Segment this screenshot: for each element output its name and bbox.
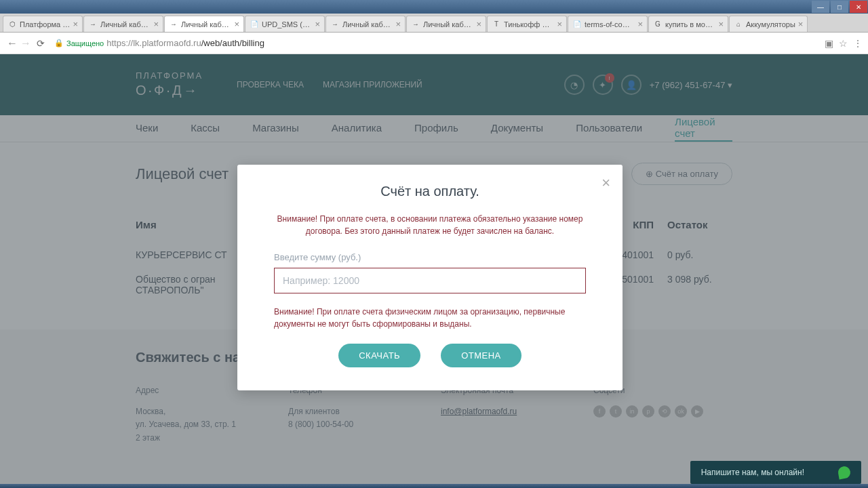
secure-badge: Защищено bbox=[54, 39, 104, 47]
browser-tab-strip: ⬡Платформа ОФД×→Личный кабинет×→Личный к… bbox=[0, 14, 868, 33]
chat-widget[interactable]: Напишите нам, мы онлайн! bbox=[690, 461, 861, 484]
tab-close-icon[interactable]: × bbox=[73, 19, 78, 29]
amount-input[interactable] bbox=[274, 268, 586, 293]
windows-titlebar: — □ ✕ bbox=[0, 0, 868, 14]
tab-title: Личный кабинет bbox=[423, 20, 473, 28]
tab-close-icon[interactable]: × bbox=[718, 19, 724, 29]
nav-forward-button[interactable]: → bbox=[19, 37, 33, 49]
menu-icon[interactable]: ⋮ bbox=[853, 38, 863, 49]
browser-tab[interactable]: →Личный кабинет× bbox=[326, 16, 406, 32]
tab-close-icon[interactable]: × bbox=[234, 19, 239, 29]
tab-title: Личный кабинет bbox=[181, 20, 231, 28]
tab-favicon: T bbox=[492, 20, 501, 29]
tab-favicon: → bbox=[330, 20, 340, 29]
browser-tab[interactable]: TТинькофф Моба× bbox=[487, 16, 567, 32]
tab-title: Тинькофф Моба bbox=[504, 20, 554, 28]
tab-title: terms-of-commi bbox=[585, 20, 635, 28]
window-maximize-button[interactable]: □ bbox=[831, 1, 848, 13]
browser-tab[interactable]: →Личный кабинет× bbox=[164, 16, 244, 32]
window-minimize-button[interactable]: — bbox=[812, 1, 829, 13]
tab-close-icon[interactable]: × bbox=[798, 19, 804, 29]
tab-close-icon[interactable]: × bbox=[315, 19, 320, 29]
tab-close-icon[interactable]: × bbox=[476, 19, 481, 29]
download-button[interactable]: СКАЧАТЬ bbox=[338, 344, 420, 367]
amount-label: Введите сумму (руб.) bbox=[274, 252, 586, 262]
invoice-modal: × Счёт на оплату. Внимание! При оплате с… bbox=[237, 165, 623, 390]
cast-icon[interactable]: ▣ bbox=[825, 38, 833, 49]
modal-close-button[interactable]: × bbox=[601, 174, 610, 192]
modal-note: Внимание! При оплате счета физическим ли… bbox=[274, 306, 586, 330]
tab-favicon: G bbox=[653, 20, 663, 29]
tab-favicon: 📄 bbox=[572, 20, 582, 29]
bookmark-icon[interactable]: ☆ bbox=[839, 38, 848, 49]
windows-taskbar[interactable] bbox=[0, 484, 868, 488]
browser-tab[interactable]: Gкупить в москве× bbox=[648, 16, 728, 32]
tab-favicon: → bbox=[411, 20, 420, 29]
nav-reload-button[interactable]: ⟳ bbox=[33, 38, 49, 49]
modal-warning: Внимание! При оплате счета, в основании … bbox=[274, 213, 586, 237]
nav-back-button[interactable]: ← bbox=[5, 37, 19, 49]
browser-tab[interactable]: →Личный кабинет× bbox=[406, 16, 486, 32]
tab-title: Личный кабинет bbox=[342, 20, 393, 28]
modal-title: Счёт на оплату. bbox=[274, 184, 586, 199]
tab-favicon: ⌂ bbox=[734, 20, 743, 29]
browser-toolbar: ← → ⟳ Защищено https://lk.platformaofd.r… bbox=[0, 33, 868, 54]
browser-tab[interactable]: ⌂Аккумуляторы× bbox=[729, 16, 808, 32]
browser-tab[interactable]: ⬡Платформа ОФД× bbox=[3, 16, 83, 32]
browser-tab[interactable]: →Личный кабинет× bbox=[83, 16, 163, 32]
window-close-button[interactable]: ✕ bbox=[850, 1, 867, 13]
browser-tab[interactable]: 📄UPD_SMS (1).pdf× bbox=[245, 16, 325, 32]
browser-tab[interactable]: 📄terms-of-commi× bbox=[568, 16, 648, 32]
tab-close-icon[interactable]: × bbox=[637, 19, 643, 29]
tab-close-icon[interactable]: × bbox=[557, 19, 562, 29]
tab-title: Аккумуляторы bbox=[746, 20, 795, 28]
tab-favicon: 📄 bbox=[250, 20, 259, 29]
tab-title: купить в москве bbox=[665, 20, 715, 28]
tab-close-icon[interactable]: × bbox=[153, 19, 159, 29]
tab-title: Платформа ОФД bbox=[20, 20, 70, 28]
address-bar[interactable]: Защищено https://lk.platformaofd.ru/web/… bbox=[54, 38, 819, 48]
tab-favicon: → bbox=[169, 20, 178, 29]
cancel-button[interactable]: ОТМЕНА bbox=[441, 344, 521, 367]
url-path: /web/auth/billing bbox=[201, 38, 264, 48]
url-host: https://lk.platformaofd.ru bbox=[106, 38, 201, 48]
tab-close-icon[interactable]: × bbox=[395, 19, 401, 29]
tab-title: Личный кабинет bbox=[100, 20, 151, 28]
tab-title: UPD_SMS (1).pdf bbox=[262, 20, 312, 28]
tab-favicon: → bbox=[88, 20, 98, 29]
tab-favicon: ⬡ bbox=[7, 20, 17, 29]
